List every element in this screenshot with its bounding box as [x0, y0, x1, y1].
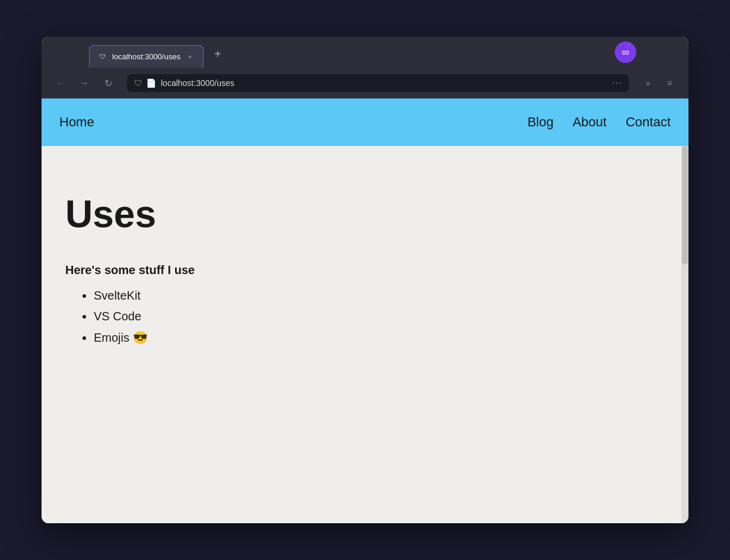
nav-extra-buttons: » ≡ — [639, 74, 679, 93]
address-bar[interactable]: 🛡 📄 localhost:3000/uses ··· — [127, 74, 629, 92]
new-tab-button[interactable]: + — [208, 44, 227, 63]
nav-about-link[interactable]: About — [573, 114, 607, 130]
profile-icon: ∞ — [622, 46, 630, 59]
site-nav: Home Blog About Contact — [42, 98, 688, 146]
shield-icon: 🛡 — [134, 78, 142, 88]
extensions-button[interactable]: » — [639, 74, 658, 93]
nav-contact-link[interactable]: Contact — [626, 114, 671, 130]
website-content: Home Blog About Contact Uses Here's some… — [42, 98, 688, 523]
profile-button[interactable]: ∞ — [615, 42, 636, 63]
back-button[interactable]: ← — [51, 74, 70, 93]
list-item: VS Code — [94, 310, 665, 323]
nav-home-link[interactable]: Home — [59, 114, 94, 130]
tab-favicon: 🛡 — [98, 52, 107, 62]
browser-menu-button[interactable]: ≡ — [660, 74, 679, 93]
site-content-wrapper: Uses Here's some stuff I use SvelteKit V… — [42, 146, 688, 523]
scrollbar-track[interactable] — [681, 146, 688, 523]
tab-close-button[interactable]: × — [185, 52, 195, 62]
site-main: Uses Here's some stuff I use SvelteKit V… — [42, 146, 688, 523]
nav-bar: ← → ↻ 🛡 📄 localhost:3000/uses ··· » ≡ — [42, 68, 688, 98]
scrollbar-thumb[interactable] — [682, 146, 688, 265]
section-heading: Here's some stuff I use — [65, 263, 665, 277]
browser-window: 🛡 localhost:3000/uses × + ∞ ← → ↻ 🛡 📄 lo… — [42, 37, 688, 523]
reload-button[interactable]: ↻ — [99, 74, 118, 93]
list-item: Emojis 😎 — [94, 330, 665, 345]
address-menu-button[interactable]: ··· — [612, 78, 622, 88]
page-icon: 📄 — [146, 78, 156, 88]
active-tab[interactable]: 🛡 localhost:3000/uses × — [89, 45, 204, 68]
page-title: Uses — [65, 193, 665, 235]
tab-bar: 🛡 localhost:3000/uses × + ∞ — [42, 37, 688, 68]
uses-list: SvelteKit VS Code Emojis 😎 — [65, 289, 665, 345]
address-text: localhost:3000/uses — [161, 78, 608, 88]
nav-blog-link[interactable]: Blog — [528, 114, 554, 130]
list-item: SvelteKit — [94, 289, 665, 303]
address-bar-icons: 🛡 📄 — [134, 78, 156, 88]
browser-chrome: 🛡 localhost:3000/uses × + ∞ ← → ↻ 🛡 📄 lo… — [42, 37, 688, 98]
site-nav-links: Blog About Contact — [528, 114, 671, 130]
tab-title: localhost:3000/uses — [112, 52, 180, 61]
forward-button[interactable]: → — [75, 74, 94, 93]
